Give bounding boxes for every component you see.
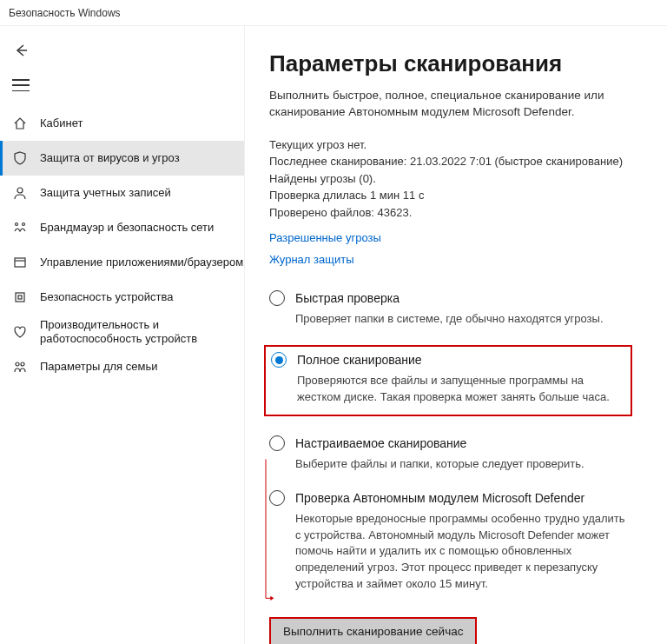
svg-point-2: [23, 223, 25, 226]
radio-icon[interactable]: [269, 490, 285, 506]
sidebar-item-label: Защита от вирусов и угроз: [40, 151, 180, 165]
option-title: Проверка Автономным модулем Microsoft De…: [295, 491, 584, 505]
sidebar-item-home[interactable]: Кабинет: [0, 106, 244, 141]
main-content: Параметры сканирования Выполнить быстрое…: [245, 26, 667, 644]
option-full-scan[interactable]: Полное сканирование Проверяются все файл…: [264, 345, 632, 416]
person-icon: [12, 185, 28, 201]
menu-icon[interactable]: [12, 79, 30, 91]
radio-icon[interactable]: [271, 352, 287, 368]
sidebar-item-appcontrol[interactable]: Управление приложениями/браузером: [0, 245, 244, 280]
svg-point-6: [16, 362, 19, 366]
window-titlebar: Безопасность Windows: [0, 0, 667, 26]
svg-point-0: [17, 188, 23, 193]
sidebar-item-performance[interactable]: Производительность и работоспособность у…: [0, 315, 244, 349]
protection-history-link[interactable]: Журнал защиты: [269, 253, 632, 266]
heart-icon: [12, 324, 28, 340]
svg-point-1: [16, 223, 18, 226]
chip-icon: [12, 289, 28, 305]
family-icon: [12, 359, 28, 375]
back-button[interactable]: [12, 42, 30, 59]
option-offline-scan[interactable]: Проверка Автономным модулем Microsoft De…: [269, 490, 632, 593]
sidebar-item-label: Кабинет: [40, 116, 83, 130]
option-title: Быстрая проверка: [295, 291, 400, 305]
status-duration: Проверка длилась 1 мин 11 с: [269, 187, 632, 204]
sidebar-item-firewall[interactable]: Брандмауэр и безопасность сети: [0, 210, 244, 245]
sidebar-item-device-security[interactable]: Безопасность устройства: [0, 280, 244, 315]
option-desc: Проверяет папки в системе, где обычно на…: [295, 311, 632, 328]
option-title: Полное сканирование: [297, 353, 422, 367]
option-quick-scan[interactable]: Быстрая проверка Проверяет папки в систе…: [269, 290, 632, 328]
sidebar-item-label: Параметры для семьи: [40, 360, 157, 374]
scan-now-button[interactable]: Выполнить сканирование сейчас: [269, 617, 477, 644]
scan-options: Быстрая проверка Проверяет папки в систе…: [269, 290, 632, 593]
page-title: Параметры сканирования: [269, 50, 632, 77]
sidebar-item-family[interactable]: Параметры для семьи: [0, 349, 244, 384]
option-title: Настраиваемое сканирование: [295, 436, 466, 450]
sidebar-item-label: Защита учетных записей: [40, 186, 171, 200]
sidebar-item-virus[interactable]: Защита от вирусов и угроз: [0, 141, 244, 176]
allowed-threats-link[interactable]: Разрешенные угрозы: [269, 231, 632, 244]
sidebar-item-label: Брандмауэр и безопасность сети: [40, 221, 214, 235]
option-desc: Выберите файлы и папки, которые следует …: [295, 456, 632, 473]
sidebar-item-account[interactable]: Защита учетных записей: [0, 176, 244, 210]
status-no-threats: Текущих угроз нет.: [269, 136, 632, 154]
sidebar: Кабинет Защита от вирусов и угроз Защита…: [0, 26, 245, 644]
status-found: Найдены угрозы (0).: [269, 170, 632, 188]
svg-point-7: [21, 362, 24, 366]
status-files: Проверено файлов: 43623.: [269, 204, 632, 222]
scan-status: Текущих угроз нет. Последнее сканировани…: [269, 136, 632, 222]
sidebar-item-label: Производительность и работоспособность у…: [40, 318, 222, 345]
window-icon: [12, 255, 28, 270]
radio-icon[interactable]: [269, 290, 285, 306]
option-custom-scan[interactable]: Настраиваемое сканирование Выберите файл…: [269, 435, 632, 473]
status-last-scan: Последнее сканирование: 21.03.2022 7:01 …: [269, 153, 632, 170]
option-desc: Проверяются все файлы и запущенные прогр…: [297, 373, 622, 406]
option-desc: Некоторые вредоносные программы особенно…: [295, 511, 632, 593]
shield-icon: [12, 150, 28, 166]
page-description: Выполнить быстрое, полное, специальное с…: [269, 88, 632, 121]
svg-rect-4: [16, 293, 24, 302]
sidebar-item-label: Управление приложениями/браузером: [40, 256, 243, 269]
svg-rect-5: [18, 295, 22, 299]
radio-icon[interactable]: [269, 435, 285, 451]
window-title: Безопасность Windows: [9, 7, 121, 19]
network-icon: [12, 220, 28, 236]
home-icon: [12, 116, 28, 131]
svg-rect-3: [15, 258, 25, 267]
sidebar-item-label: Безопасность устройства: [40, 290, 174, 304]
